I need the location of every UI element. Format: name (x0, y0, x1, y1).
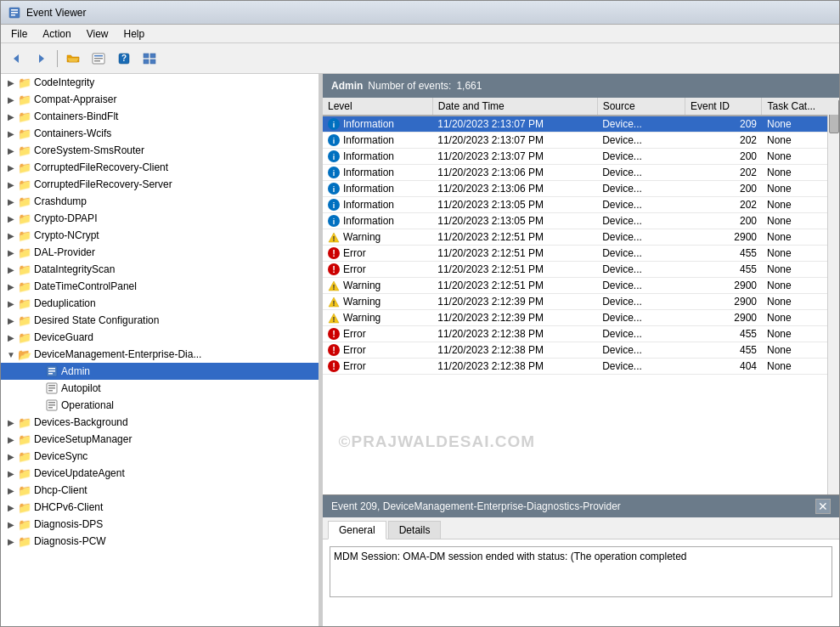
open-folder-button[interactable] (61, 48, 85, 70)
tree-arrow[interactable]: ▶ (4, 517, 18, 531)
detail-close-button[interactable]: ✕ (815, 499, 831, 514)
tree-item[interactable]: ▶📁DateTimeControlPanel (1, 278, 319, 295)
table-row[interactable]: !Warning11/20/2023 2:12:51 PMDevice...29… (323, 229, 839, 246)
tree-item[interactable]: ▶📁Devices-Background (1, 414, 319, 431)
tree-arrow[interactable]: ▶ (4, 195, 18, 208)
tree-item[interactable]: Operational (1, 397, 319, 414)
tree-item[interactable]: ▶📁Crypto-NCrypt (1, 227, 319, 244)
table-row[interactable]: !Error11/20/2023 2:12:51 PMDevice...455N… (323, 246, 839, 262)
tree-arrow[interactable]: ▶ (4, 500, 18, 514)
detail-header: Event 209, DeviceManagement-Enterprise-D… (323, 495, 839, 517)
menu-action[interactable]: Action (36, 26, 77, 42)
tree-arrow[interactable]: ▼ (4, 347, 18, 361)
svg-text:!: ! (333, 234, 335, 243)
tree-label: CorruptedFileRecovery-Client (34, 161, 168, 173)
tree-item[interactable]: ▶📁Crashdump (1, 193, 319, 210)
tree-arrow[interactable]: ▶ (4, 127, 18, 140)
tree-item[interactable]: ▶📁CoreSystem-SmsRouter (1, 142, 319, 159)
tree-item[interactable]: ▶📁Containers-BindFlt (1, 108, 319, 125)
tree-arrow[interactable]: ▶ (4, 280, 18, 293)
table-row[interactable]: !Warning11/20/2023 2:12:39 PMDevice...29… (323, 294, 839, 310)
col-header-taskcat[interactable]: Task Cat... (762, 98, 839, 116)
table-row[interactable]: !Error11/20/2023 2:12:38 PMDevice...455N… (323, 326, 839, 342)
svg-marker-5 (39, 54, 44, 63)
tree-arrow[interactable]: ▶ (4, 534, 18, 548)
tree-arrow[interactable]: ▶ (4, 314, 18, 327)
table-row[interactable]: iInformation11/20/2023 2:13:06 PMDevice.… (323, 165, 839, 181)
col-header-date[interactable]: Date and Time (432, 98, 597, 116)
tree-arrow[interactable]: ▶ (4, 246, 18, 259)
tree-item[interactable]: Autopilot (1, 380, 319, 397)
tree-arrow[interactable]: ▶ (4, 178, 18, 191)
tree-item[interactable]: ▶📁CorruptedFileRecovery-Client (1, 159, 319, 176)
forward-button[interactable] (30, 48, 54, 70)
tree-arrow[interactable]: ▶ (4, 466, 18, 480)
tree-item[interactable]: ▶📁CorruptedFileRecovery-Server (1, 176, 319, 193)
error-icon: ! (328, 263, 340, 275)
table-row[interactable]: !Error11/20/2023 2:12:51 PMDevice...455N… (323, 262, 839, 278)
tree-item[interactable]: ▶📁Crypto-DPAPI (1, 210, 319, 227)
menu-view[interactable]: View (80, 26, 116, 42)
tab-details[interactable]: Details (388, 521, 442, 539)
table-row[interactable]: !Warning11/20/2023 2:12:51 PMDevice...29… (323, 278, 839, 294)
tree-arrow[interactable]: ▶ (4, 93, 18, 106)
table-row[interactable]: iInformation11/20/2023 2:13:05 PMDevice.… (323, 197, 839, 213)
menu-file[interactable]: File (4, 26, 34, 42)
tree-arrow[interactable]: ▶ (4, 415, 18, 429)
tree-item[interactable]: ▶📁DeviceGuard (1, 329, 319, 346)
table-row[interactable]: iInformation11/20/2023 2:13:05 PMDevice.… (323, 213, 839, 229)
tree-label: Devices-Background (34, 416, 128, 428)
tree-item[interactable]: ▶📁DeviceSync (1, 448, 319, 465)
view-button[interactable] (138, 48, 161, 70)
table-row[interactable]: iInformation11/20/2023 2:13:06 PMDevice.… (323, 181, 839, 197)
table-row[interactable]: iInformation11/20/2023 2:13:07 PMDevice.… (323, 133, 839, 149)
event-source: Device... (597, 213, 685, 229)
scrollbar[interactable] (827, 98, 839, 494)
tree-arrow[interactable]: ▶ (4, 449, 18, 463)
tree-item[interactable]: Admin (1, 363, 319, 380)
table-row[interactable]: iInformation11/20/2023 2:13:07 PMDevice.… (323, 116, 839, 133)
col-header-source[interactable]: Source (597, 98, 685, 116)
tree-arrow[interactable]: ▶ (4, 330, 18, 344)
table-row[interactable]: !Error11/20/2023 2:12:38 PMDevice...404N… (323, 359, 839, 375)
tree-item[interactable]: ▶📁DataIntegrityScan (1, 261, 319, 278)
tree-item[interactable]: ▶📁Dhcp-Client (1, 482, 319, 499)
table-row[interactable]: iInformation11/20/2023 2:13:07 PMDevice.… (323, 149, 839, 165)
tree-item[interactable]: ▶📁Diagnosis-DPS (1, 516, 319, 533)
tree-arrow[interactable]: ▶ (4, 76, 18, 89)
tree-arrow[interactable]: ▶ (4, 483, 18, 497)
tree-arrow[interactable]: ▶ (4, 297, 18, 310)
event-datetime: 11/20/2023 2:12:39 PM (432, 310, 597, 326)
tree-item[interactable]: ▶📁Deduplication (1, 295, 319, 312)
tree-item[interactable]: ▶📁DeviceUpdateAgent (1, 465, 319, 482)
tree-item[interactable]: ▶📁Compat-Appraiser (1, 91, 319, 108)
tree-arrow[interactable]: ▶ (4, 144, 18, 157)
tree-arrow[interactable]: ▶ (4, 212, 18, 225)
help-button[interactable]: ? (112, 48, 136, 70)
tree-item[interactable]: ▶📁DHCPv6-Client (1, 499, 319, 516)
table-row[interactable]: !Error11/20/2023 2:12:38 PMDevice...455N… (323, 342, 839, 359)
tree-item[interactable]: ▶📁DAL-Provider (1, 244, 319, 261)
tree-arrow[interactable]: ▶ (4, 161, 18, 174)
table-row[interactable]: !Warning11/20/2023 2:12:39 PMDevice...29… (323, 310, 839, 326)
tree-label: Crypto-DPAPI (34, 212, 97, 224)
events-table-container[interactable]: Level Date and Time Source Event ID Task… (323, 98, 839, 494)
col-header-eventid[interactable]: Event ID (685, 98, 762, 116)
col-header-level[interactable]: Level (323, 98, 432, 116)
menu-help[interactable]: Help (117, 26, 152, 42)
back-button[interactable] (4, 48, 28, 70)
level-text: Error (343, 263, 366, 275)
tree-item[interactable]: ▶📁CodeIntegrity (1, 74, 319, 91)
properties-button[interactable] (87, 48, 110, 70)
tree-item[interactable]: ▼📂DeviceManagement-Enterprise-Dia... (1, 346, 319, 363)
tree-arrow[interactable]: ▶ (4, 229, 18, 242)
tree-arrow[interactable]: ▶ (4, 263, 18, 276)
tree-item[interactable]: ▶📁Desired State Configuration (1, 312, 319, 329)
tree-item[interactable]: ▶📁Diagnosis-PCW (1, 533, 319, 550)
tree-item[interactable]: ▶📁Containers-Wcifs (1, 125, 319, 142)
tree-arrow[interactable]: ▶ (4, 110, 18, 123)
level-text: Error (343, 360, 366, 372)
tree-item[interactable]: ▶📁DeviceSetupManager (1, 431, 319, 448)
tree-arrow[interactable]: ▶ (4, 432, 18, 446)
tab-general[interactable]: General (328, 521, 386, 539)
